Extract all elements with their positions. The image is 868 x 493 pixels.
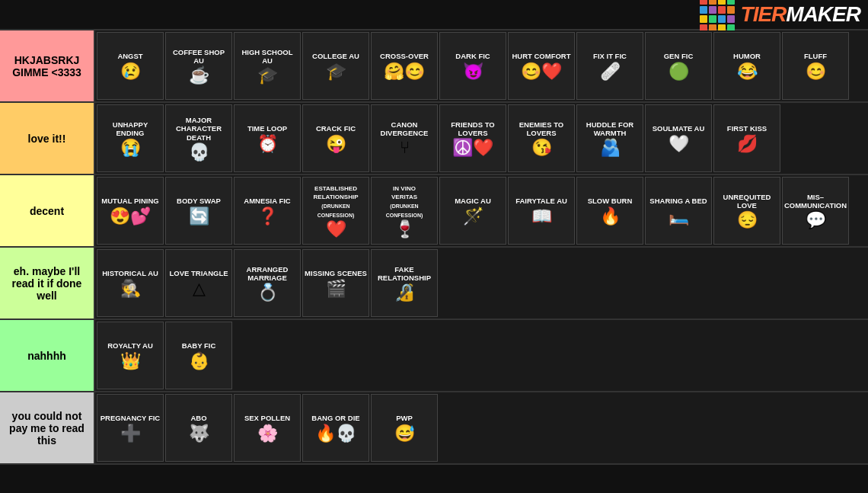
tier-label-no-pay: you could not pay me to read this: [0, 392, 95, 463]
tier-item-decent-6[interactable]: FAIRYTALE AU📖: [508, 177, 575, 245]
item-name-decent-4: IN VINOVERITAS(DRUNKEN CONFESSION): [373, 184, 436, 219]
item-name-nahhhh-1: BABY FIC: [182, 341, 216, 350]
item-emoji-hkjab-10: 😊: [806, 63, 826, 80]
item-name-hkjab-2: HIGH SCHOOL AU: [236, 48, 298, 66]
tier-item-decent-7[interactable]: SLOW BURN🔥: [576, 177, 643, 245]
tier-item-nahhhh-0[interactable]: ROYALTY AU👑: [97, 322, 164, 389]
item-emoji-no-pay-2: 🌸: [257, 425, 278, 442]
item-emoji-decent-0: 😍💕: [110, 208, 151, 225]
tier-item-no-pay-0[interactable]: PREGNANCY FIC➕: [97, 394, 164, 462]
item-name-maybe-4: FAKE RELATIONSHIP: [373, 265, 436, 283]
item-emoji-love-it-7: 🫂: [600, 139, 621, 156]
tier-item-decent-2[interactable]: AMNESIA FIC❓: [234, 177, 301, 245]
tier-row-nahhhh: nahhhhROYALTY AU👑BABY FIC👶: [0, 320, 868, 392]
item-name-love-it-5: FRIENDS TO LOVERS: [442, 120, 504, 138]
tier-label-maybe: eh. maybe I'll read it if done well: [0, 248, 95, 319]
tier-item-hkjab-6[interactable]: HURT COMFORT😊❤️: [508, 32, 575, 100]
item-name-decent-3: ESTABLISHEDRELATIONSHIP(DRUNKEN CONFESSI…: [305, 184, 367, 219]
tier-item-no-pay-4[interactable]: PWP😅: [371, 394, 438, 462]
item-emoji-no-pay-4: 😅: [394, 425, 415, 442]
tier-item-decent-8[interactable]: SHARING A BED🛏️: [645, 177, 712, 245]
item-emoji-nahhhh-1: 👶: [189, 353, 209, 370]
tier-item-maybe-0[interactable]: HISTORICAL AU🕵️: [97, 249, 164, 317]
tier-item-no-pay-1[interactable]: ABO🐺: [165, 394, 232, 462]
item-name-hkjab-9: HUMOR: [733, 52, 761, 60]
tier-row-maybe: eh. maybe I'll read it if done wellHISTO…: [0, 248, 868, 320]
item-name-decent-2: AMNESIA FIC: [244, 197, 290, 205]
item-emoji-love-it-0: 😭: [120, 139, 141, 156]
tier-item-decent-1[interactable]: BODY SWAP🔄: [165, 177, 232, 245]
tier-item-hkjab-1[interactable]: COFFEE SHOP AU☕: [165, 32, 232, 100]
item-name-decent-8: SHARING A BED: [649, 197, 707, 205]
tier-item-decent-10[interactable]: MIS–COMMUNICATION💬: [782, 177, 849, 245]
header: TIERMAKER: [0, 0, 868, 30]
tier-item-no-pay-2[interactable]: SEX POLLEN🌸: [234, 394, 301, 462]
item-emoji-decent-2: ❓: [257, 208, 278, 225]
tier-item-hkjab-10[interactable]: FLUFF😊: [782, 32, 849, 100]
tier-label-hkjab: HKJABSRKJ GIMME <3333: [0, 30, 95, 101]
tier-item-hkjab-8[interactable]: GEN FIC🟢: [645, 32, 712, 100]
item-name-maybe-3: MISSING SCENES: [305, 269, 367, 277]
item-name-hkjab-3: COLLEGE AU: [312, 52, 359, 60]
item-name-no-pay-1: ABO: [190, 414, 206, 422]
item-name-love-it-1: MAJOR CHARACTER DEATH: [168, 116, 230, 142]
tier-item-maybe-4[interactable]: FAKE RELATIONSHIP🔏: [371, 249, 438, 317]
tier-item-hkjab-9[interactable]: HUMOR😂: [713, 32, 780, 100]
tier-item-love-it-5[interactable]: FRIENDS TO LOVERS☮️❤️: [439, 104, 506, 172]
item-emoji-hkjab-2: 🎓: [257, 67, 278, 84]
item-emoji-no-pay-3: 🔥💀: [315, 425, 356, 442]
item-emoji-decent-8: 🛏️: [669, 208, 689, 225]
tier-item-love-it-1[interactable]: MAJOR CHARACTER DEATH💀: [165, 104, 232, 172]
item-emoji-decent-9: 😔: [737, 212, 758, 229]
tier-item-decent-0[interactable]: MUTUAL PINING😍💕: [97, 177, 164, 245]
tier-row-decent: decentMUTUAL PINING😍💕BODY SWAP🔄AMNESIA F…: [0, 175, 868, 248]
tier-item-decent-3[interactable]: ESTABLISHEDRELATIONSHIP(DRUNKEN CONFESSI…: [302, 177, 369, 245]
tier-item-decent-9[interactable]: UNREQUITED LOVE😔: [713, 177, 780, 245]
tier-row-hkjab: HKJABSRKJ GIMME <3333ANGST😢COFFEE SHOP A…: [0, 30, 868, 103]
tier-item-maybe-3[interactable]: MISSING SCENES🎬: [302, 249, 369, 317]
tier-item-hkjab-0[interactable]: ANGST😢: [97, 32, 164, 100]
item-name-decent-7: SLOW BURN: [588, 197, 633, 205]
tier-item-love-it-7[interactable]: HUDDLE FOR WARMTH🫂: [576, 104, 643, 172]
tier-item-decent-5[interactable]: MAGIC AU🪄: [439, 177, 506, 245]
tier-item-nahhhh-1[interactable]: BABY FIC👶: [165, 322, 232, 389]
item-emoji-hkjab-6: 😊❤️: [521, 63, 562, 80]
item-emoji-love-it-9: 💋: [737, 136, 758, 152]
tier-item-love-it-3[interactable]: CRACK FIC😜: [302, 104, 369, 172]
tier-item-hkjab-4[interactable]: CROSS-OVER🤗😊: [371, 32, 438, 100]
tier-item-love-it-9[interactable]: FIRST KISS💋: [713, 104, 780, 172]
item-name-hkjab-5: DARK FIC: [455, 52, 490, 60]
tier-items-decent: MUTUAL PINING😍💕BODY SWAP🔄AMNESIA FIC❓EST…: [95, 175, 868, 246]
item-name-no-pay-4: PWP: [396, 414, 413, 422]
item-emoji-hkjab-1: ☕: [189, 67, 209, 84]
item-name-hkjab-1: COFFEE SHOP AU: [168, 48, 230, 66]
item-emoji-love-it-2: ⏰: [257, 136, 278, 152]
tier-item-love-it-0[interactable]: UNHAPPY ENDING😭: [97, 104, 164, 172]
item-emoji-nahhhh-0: 👑: [120, 353, 141, 370]
tier-item-hkjab-7[interactable]: FIX IT FIC🩹: [576, 32, 643, 100]
tier-item-love-it-2[interactable]: TIME LOOP⏰: [234, 104, 301, 172]
item-emoji-maybe-0: 🕵️: [120, 280, 141, 297]
tier-item-love-it-6[interactable]: ENEMIES TO LOVERS😘: [508, 104, 575, 172]
item-name-decent-6: FAIRYTALE AU: [515, 197, 567, 205]
item-name-love-it-9: FIRST KISS: [727, 124, 767, 133]
item-name-decent-1: BODY SWAP: [177, 197, 221, 205]
tier-items-maybe: HISTORICAL AU🕵️LOVE TRIANGLE△ARRANGED MA…: [95, 248, 868, 319]
tier-item-no-pay-3[interactable]: BANG OR DIE🔥💀: [302, 394, 369, 462]
item-emoji-maybe-2: 💍: [257, 284, 278, 301]
item-emoji-hkjab-8: 🟢: [669, 63, 689, 80]
item-emoji-love-it-6: 😘: [531, 139, 552, 156]
tier-item-hkjab-3[interactable]: COLLEGE AU🎓: [302, 32, 369, 100]
tier-items-hkjab: ANGST😢COFFEE SHOP AU☕HIGH SCHOOL AU🎓COLL…: [95, 30, 868, 101]
tier-item-hkjab-5[interactable]: DARK FIC😈: [439, 32, 506, 100]
tier-item-maybe-1[interactable]: LOVE TRIANGLE△: [165, 249, 232, 317]
tier-item-love-it-8[interactable]: SOULMATE AU🤍: [645, 104, 712, 172]
item-name-decent-5: MAGIC AU: [455, 197, 491, 205]
tier-item-love-it-4[interactable]: CANON DIVERGENCE⑂: [371, 104, 438, 172]
item-name-decent-9: UNREQUITED LOVE: [716, 193, 778, 210]
item-name-maybe-2: ARRANGED MARRIAGE: [236, 265, 298, 283]
tier-item-decent-4[interactable]: IN VINOVERITAS(DRUNKEN CONFESSION)🍷: [371, 177, 438, 245]
tier-item-maybe-2[interactable]: ARRANGED MARRIAGE💍: [234, 249, 301, 317]
tier-item-hkjab-2[interactable]: HIGH SCHOOL AU🎓: [234, 32, 301, 100]
item-name-hkjab-8: GEN FIC: [664, 52, 694, 60]
